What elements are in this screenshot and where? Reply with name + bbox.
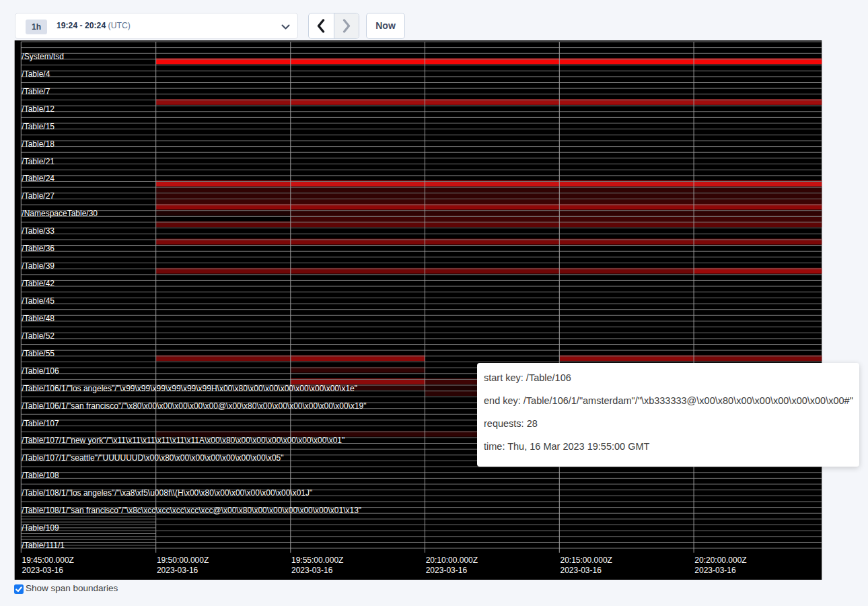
svg-text:2023-03-16: 2023-03-16 bbox=[22, 566, 64, 575]
svg-text:/Table/18: /Table/18 bbox=[22, 139, 55, 149]
svg-text:/Table/42: /Table/42 bbox=[22, 279, 55, 288]
svg-text:2023-03-16: 2023-03-16 bbox=[291, 566, 333, 575]
svg-text:/System/tsd: /System/tsd bbox=[22, 52, 64, 61]
svg-text:/Table/108/1/"los angeles"/"\x: /Table/108/1/"los angeles"/"\xa8\xf5\u00… bbox=[22, 488, 312, 498]
svg-text:/Table/4: /Table/4 bbox=[22, 69, 50, 79]
svg-text:/Table/106: /Table/106 bbox=[22, 366, 59, 376]
svg-text:/Table/48: /Table/48 bbox=[22, 314, 55, 323]
svg-text:2023-03-16: 2023-03-16 bbox=[560, 566, 602, 575]
svg-text:/Table/52: /Table/52 bbox=[22, 331, 55, 341]
svg-text:/Table/107/1/"seattle"/"UUUUUU: /Table/107/1/"seattle"/"UUUUUUD\x00\x80\… bbox=[22, 453, 283, 463]
svg-text:/NamespaceTable/30: /NamespaceTable/30 bbox=[22, 209, 98, 218]
svg-text:20:20:00.000Z: 20:20:00.000Z bbox=[694, 556, 746, 565]
svg-text:/Table/55: /Table/55 bbox=[22, 349, 55, 358]
svg-text:/Table/107/1/"new york"/"\x11\: /Table/107/1/"new york"/"\x11\x11\x11\x1… bbox=[22, 436, 345, 445]
svg-text:/Table/111/1: /Table/111/1 bbox=[22, 541, 65, 550]
svg-text:/Table/106/1/"san francisco"/": /Table/106/1/"san francisco"/"\x80\x00\x… bbox=[22, 401, 366, 411]
svg-text:/Table/107: /Table/107 bbox=[22, 419, 59, 428]
svg-text:20:10:00.000Z: 20:10:00.000Z bbox=[426, 556, 478, 565]
svg-text:2023-03-16: 2023-03-16 bbox=[157, 566, 198, 575]
svg-text:2023-03-16: 2023-03-16 bbox=[426, 566, 468, 575]
svg-text:20:15:00.000Z: 20:15:00.000Z bbox=[560, 556, 612, 565]
svg-text:/Table/108/1/"san francisco"/": /Table/108/1/"san francisco"/"\x8c\xcc\x… bbox=[22, 506, 361, 515]
svg-text:/Table/24: /Table/24 bbox=[22, 174, 55, 183]
svg-text:/Table/21: /Table/21 bbox=[22, 157, 55, 166]
svg-text:/Table/109: /Table/109 bbox=[22, 523, 59, 533]
svg-text:19:45:00.000Z: 19:45:00.000Z bbox=[22, 556, 74, 565]
svg-text:/Table/33: /Table/33 bbox=[22, 226, 55, 236]
svg-text:/Table/7: /Table/7 bbox=[22, 87, 50, 96]
svg-text:/Table/15: /Table/15 bbox=[22, 122, 55, 131]
svg-text:2023-03-16: 2023-03-16 bbox=[694, 566, 736, 575]
svg-text:19:55:00.000Z: 19:55:00.000Z bbox=[291, 556, 343, 565]
svg-text:/Table/45: /Table/45 bbox=[22, 296, 55, 306]
svg-text:/Table/12: /Table/12 bbox=[22, 104, 55, 114]
svg-text:/Table/27: /Table/27 bbox=[22, 191, 55, 201]
svg-text:/Table/39: /Table/39 bbox=[22, 261, 55, 271]
svg-text:/Table/36: /Table/36 bbox=[22, 244, 55, 253]
svg-text:/Table/108: /Table/108 bbox=[22, 471, 59, 480]
svg-text:/Table/106/1/"los angeles"/"\x: /Table/106/1/"los angeles"/"\x99\x99\x99… bbox=[22, 384, 357, 393]
svg-text:19:50:00.000Z: 19:50:00.000Z bbox=[157, 556, 209, 565]
